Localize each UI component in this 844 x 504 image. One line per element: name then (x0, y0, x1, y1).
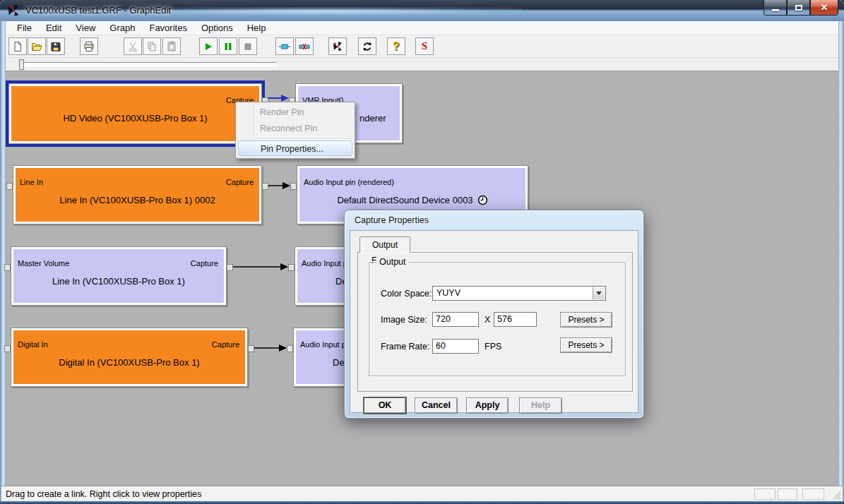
help-dialog-button: Help (519, 397, 562, 414)
input-pin-digital-in[interactable] (4, 345, 11, 352)
save-floppy-icon (50, 41, 61, 52)
ok-button[interactable]: OK (364, 397, 406, 414)
save-file-button[interactable] (47, 37, 65, 55)
pin-label-audio-input: Audio Input p (302, 259, 347, 268)
graphedit-app-icon (6, 4, 20, 18)
filter-line-in-master-volume[interactable]: Master Volume Capture Line In (VC100XUSB… (11, 246, 227, 306)
menu-options[interactable]: Options (194, 21, 240, 35)
output-pin-capture[interactable] (227, 264, 233, 271)
menu-item-render-pin: Render Pin (236, 104, 355, 121)
window-frame-right (838, 21, 844, 501)
input-pin-audio[interactable] (288, 264, 295, 271)
menu-edit[interactable]: Edit (39, 21, 69, 35)
open-folder-icon (31, 41, 42, 52)
filter-name: Default DirectSound Device 0003 (299, 195, 525, 208)
image-width-field[interactable]: 720 (432, 312, 479, 327)
pin-label-capture: Capture (212, 340, 239, 349)
window-title: VC100xUSB test1.GRF - GraphEdit (25, 5, 171, 16)
color-space-value: YUYV (436, 288, 460, 298)
paste-button (162, 37, 181, 55)
menu-graph[interactable]: Graph (102, 21, 142, 35)
scissors-icon (127, 41, 138, 52)
status-pane-1 (754, 488, 775, 500)
filter-hd-video[interactable]: Capture HD Video (VC100XUSB-Pro Box 1) (8, 83, 262, 144)
pin-label-capture: Capture (191, 259, 218, 268)
menu-favorites[interactable]: Favorites (142, 21, 194, 35)
image-size-presets-button[interactable]: Presets > (560, 312, 612, 328)
stats-button[interactable]: S (415, 37, 434, 55)
combobox-dropdown-button[interactable] (593, 287, 605, 299)
status-pane-3 (802, 488, 824, 500)
input-pin-audio[interactable] (290, 183, 297, 190)
maximize-button[interactable] (787, 0, 810, 16)
apply-button[interactable]: Apply (466, 397, 509, 414)
frame-rate-label: Frame Rate: (381, 342, 429, 352)
tab-output-format[interactable]: Output Format (359, 236, 410, 253)
pin-label-audio-input: Audio Input pin (rendered) (304, 178, 394, 186)
frame-rate-field[interactable]: 60 (432, 339, 479, 354)
filter-line-in-0002[interactable]: Line In Capture Line In (VC100XUSB-Pro B… (13, 165, 262, 224)
menu-help[interactable]: Help (240, 21, 273, 35)
filter-digital-in[interactable]: Digital In Capture Digital In (VC100XUSB… (11, 328, 248, 387)
pin-context-menu: Render Pin Reconnect Pin Pin Properties.… (235, 102, 355, 159)
image-height-field[interactable]: 576 (494, 312, 537, 327)
pin-label-capture: Capture (226, 178, 254, 186)
cut-button (124, 37, 142, 55)
refresh-button[interactable] (358, 37, 376, 55)
open-file-button[interactable] (28, 37, 46, 55)
filter-box-icon (279, 41, 290, 52)
menu-item-pin-properties[interactable]: Pin Properties... (238, 140, 352, 156)
minimize-icon (772, 9, 779, 11)
play-button[interactable] (199, 37, 218, 55)
cancel-button[interactable]: Cancel (415, 397, 458, 414)
seek-bar-row (6, 58, 838, 71)
window-frame-bottom (0, 501, 844, 504)
play-icon (203, 41, 214, 52)
pin-label-line-in: Line In (20, 178, 43, 186)
menu-item-reconnect-pin: Reconnect Pin (236, 121, 355, 137)
pause-button[interactable] (219, 37, 237, 55)
output-pin-capture[interactable] (248, 345, 254, 352)
close-button[interactable]: ✕ (810, 0, 838, 16)
help-button[interactable]: ? (387, 37, 405, 55)
menu-separator (257, 138, 353, 139)
stop-icon (242, 41, 254, 52)
resize-grip[interactable] (832, 491, 841, 500)
pin-label-audio-input: Audio Input p (300, 340, 346, 349)
input-pin-audio[interactable] (287, 345, 293, 352)
disconnect-button[interactable] (295, 37, 314, 55)
close-icon: ✕ (821, 3, 828, 12)
filter-name: HD Video (VC100XUSB-Pro Box 1) (11, 113, 259, 124)
graphedit-logo-button[interactable] (328, 37, 347, 55)
input-pin-master-volume[interactable] (4, 264, 11, 271)
color-space-combobox[interactable]: YUYV (432, 286, 606, 301)
status-text: Drag to create a link. Right click to vi… (6, 489, 201, 499)
frame-rate-presets-button[interactable]: Presets > (560, 337, 612, 353)
output-pin-capture[interactable] (262, 183, 268, 190)
insert-filter-button[interactable] (275, 37, 294, 55)
print-button[interactable] (80, 37, 98, 55)
chevron-down-icon (596, 292, 602, 295)
new-graph-button[interactable] (8, 37, 27, 55)
maximize-icon (795, 5, 802, 11)
refresh-icon (362, 41, 373, 52)
status-pane-2 (778, 488, 797, 500)
new-document-icon (12, 41, 23, 52)
stats-s-icon: S (422, 41, 427, 52)
copy-icon (146, 41, 157, 52)
seek-bar-thumb[interactable] (19, 59, 24, 70)
menu-view[interactable]: View (69, 21, 102, 35)
window-frame-left (0, 21, 6, 501)
seek-bar-track[interactable] (21, 62, 277, 67)
clipboard-icon (166, 41, 177, 52)
stop-button (239, 37, 257, 55)
capture-properties-dialog: Capture Properties Output Format Output … (344, 210, 644, 419)
disconnect-icon (299, 41, 310, 52)
toolbar: ? S (6, 35, 838, 58)
color-space-label: Color Space: (381, 289, 432, 299)
input-pin-line-in[interactable] (6, 183, 13, 190)
minimize-button[interactable] (763, 0, 787, 16)
printer-icon (83, 41, 95, 52)
menu-file[interactable]: File (10, 21, 39, 35)
filter-name: Line In (VC100XUSB-Pro Box 1) (13, 276, 224, 287)
